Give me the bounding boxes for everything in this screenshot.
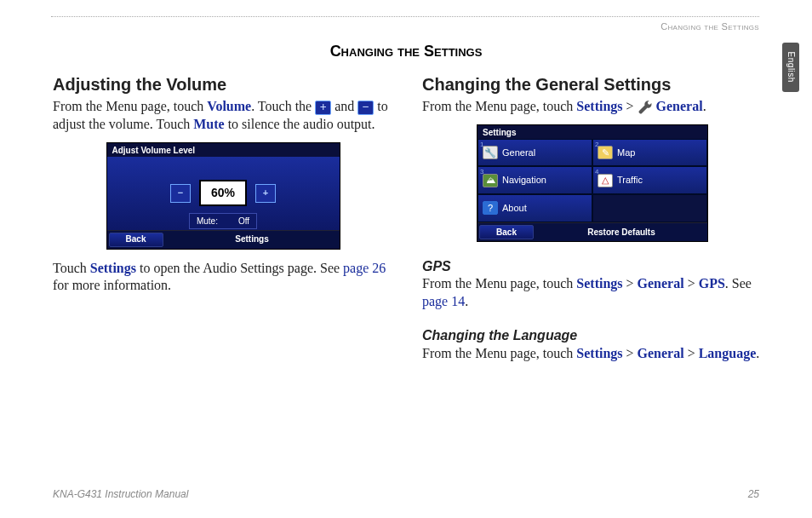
text: From the Menu page, touch xyxy=(422,276,576,291)
mute-label: Mute: xyxy=(197,216,218,227)
cell-traffic[interactable]: 4△Traffic xyxy=(592,166,707,194)
kw-settings: Settings xyxy=(90,261,136,275)
cell-label: General xyxy=(502,147,535,159)
cell-num: 3 xyxy=(480,168,483,177)
cell-num: 4 xyxy=(595,168,598,177)
kw-general: General xyxy=(638,276,684,291)
mute-value: Off xyxy=(238,216,249,227)
kw-general: General xyxy=(656,99,703,113)
kw-language: Language xyxy=(699,346,757,360)
page-footer: KNA-G431 Instruction Manual 25 xyxy=(53,487,759,501)
plus-icon: + xyxy=(315,101,331,115)
volume-percent: 60% xyxy=(199,180,247,206)
paragraph-gps: From the Menu page, touch Settings > Gen… xyxy=(422,275,763,311)
mute-toggle[interactable]: Mute: Off xyxy=(189,213,257,230)
restore-defaults-button[interactable]: Restore Defaults xyxy=(535,223,707,241)
cell-num: 1 xyxy=(480,141,483,150)
kw-settings: Settings xyxy=(576,99,622,113)
device-volume-footer: Back Settings xyxy=(107,230,340,249)
footer-manual-name: KNA-G431 Instruction Manual xyxy=(53,487,188,501)
page-title: Changing the Settings xyxy=(0,41,812,61)
text: > xyxy=(684,276,699,291)
cell-empty xyxy=(592,194,707,222)
cell-label: About xyxy=(502,202,527,215)
footer-page-number: 25 xyxy=(748,487,759,501)
cell-about[interactable]: ?About xyxy=(477,194,592,222)
wrench-icon xyxy=(638,100,653,115)
device-settings-footer: Back Restore Defaults xyxy=(477,222,707,241)
cell-label: Traffic xyxy=(617,174,643,187)
heading-general-settings: Changing the General Settings xyxy=(422,73,763,96)
text: for more information. xyxy=(53,278,171,292)
text: > xyxy=(623,99,638,113)
back-button[interactable]: Back xyxy=(109,233,163,247)
kw-settings: Settings xyxy=(576,346,622,360)
kw-mute: Mute xyxy=(193,117,224,131)
text: . See xyxy=(725,276,752,291)
running-header: Changing the Settings xyxy=(660,20,759,33)
text: . Touch the xyxy=(251,99,315,113)
text: Touch xyxy=(53,261,90,275)
kw-gps: GPS xyxy=(699,276,725,291)
minus-icon: − xyxy=(357,101,374,115)
text: and xyxy=(331,99,357,113)
device-volume-title: Adjust Volume Level xyxy=(107,143,201,157)
about-icon: ? xyxy=(483,201,498,215)
text: to open the Audio Settings page. See xyxy=(136,261,343,275)
paragraph-general-1: From the Menu page, touch Settings > Gen… xyxy=(422,98,763,116)
text: > xyxy=(623,276,638,291)
paragraph-volume-2: Touch Settings to open the Audio Setting… xyxy=(53,260,393,296)
text: . xyxy=(703,99,706,113)
text: > xyxy=(623,346,638,360)
wrench-icon: 🔧 xyxy=(483,146,498,159)
traffic-icon: △ xyxy=(598,174,613,187)
map-icon: ✎ xyxy=(598,146,613,159)
cell-general[interactable]: 1🔧General xyxy=(477,139,592,167)
top-rule xyxy=(51,16,759,17)
mute-row: Mute: Off xyxy=(107,213,340,230)
text: to silence the audio output. xyxy=(225,117,375,131)
device-settings-title: Settings xyxy=(477,125,521,139)
kw-general: General xyxy=(638,346,684,360)
text: > xyxy=(684,346,699,360)
heading-language: Changing the Language xyxy=(422,326,763,345)
volume-plus-button[interactable]: + xyxy=(255,184,276,203)
volume-minus-button[interactable]: − xyxy=(170,184,191,203)
left-column: Adjusting the Volume From the Menu page,… xyxy=(53,73,393,295)
text: From the Menu page, touch xyxy=(422,99,576,113)
paragraph-language: From the Menu page, touch Settings > Gen… xyxy=(422,345,763,363)
cell-label: Navigation xyxy=(502,174,546,187)
link-page-26[interactable]: page 26 xyxy=(343,261,386,275)
kw-settings: Settings xyxy=(576,276,622,291)
cell-label: Map xyxy=(617,147,635,159)
cell-navigation[interactable]: 3⛰Navigation xyxy=(477,166,592,194)
link-page-14[interactable]: page 14 xyxy=(422,294,465,308)
text: From the Menu page, touch xyxy=(422,346,576,360)
right-column: Changing the General Settings From the M… xyxy=(422,73,763,362)
text: . xyxy=(465,294,468,308)
cell-map[interactable]: 2✎Map xyxy=(592,139,707,167)
paragraph-volume-1: From the Menu page, touch Volume. Touch … xyxy=(53,98,393,134)
settings-button[interactable]: Settings xyxy=(165,231,340,249)
heading-gps: GPS xyxy=(422,257,763,276)
back-button[interactable]: Back xyxy=(479,225,534,239)
settings-grid: 1🔧General 2✎Map 3⛰Navigation 4△Traffic ?… xyxy=(477,139,707,222)
nav-icon: ⛰ xyxy=(483,174,498,187)
text: . xyxy=(756,346,759,360)
kw-volume: Volume xyxy=(207,99,251,113)
cell-num: 2 xyxy=(595,141,598,150)
device-volume: Adjust Volume Level − 60% + Mute: Off Ba… xyxy=(106,142,340,250)
text: From the Menu page, touch xyxy=(53,99,207,113)
heading-adjust-volume: Adjusting the Volume xyxy=(53,73,393,96)
device-settings: Settings 1🔧General 2✎Map 3⛰Navigation 4△… xyxy=(477,124,708,242)
